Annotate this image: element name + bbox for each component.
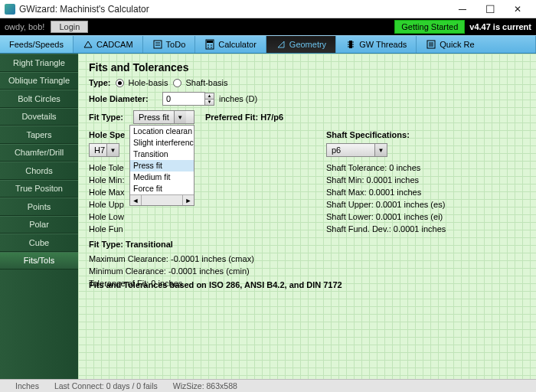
- statusbar: Inches Last Connect: 0 days / 0 fails Wi…: [0, 379, 536, 392]
- version-label: v4.47 is current: [469, 22, 531, 31]
- shaft-spec-heading: Shaft Specifications:: [326, 129, 446, 141]
- sidebar-item-points[interactable]: Points: [0, 198, 78, 216]
- todo-icon: [152, 39, 163, 50]
- type-row: Type: Hole-basis Shaft-basis: [89, 78, 525, 87]
- fit-type-row: Fit Type: Press fit▼ Preferred Fit: H7/p…: [89, 110, 525, 124]
- sidebar-item-tapers[interactable]: Tapers: [0, 126, 78, 144]
- getting-started-button[interactable]: Getting Started: [394, 20, 465, 34]
- tab-gwthreads[interactable]: GW Threads: [336, 36, 417, 53]
- hole-dia-spinner[interactable]: ▲▼: [204, 93, 214, 106]
- fit-type-label: Fit Type:: [89, 113, 129, 122]
- chevron-down-icon: ▼: [106, 144, 119, 156]
- svg-point-5: [208, 44, 209, 46]
- summary-line: Maximum Clearance: -0.0001 inches (cmax): [89, 253, 296, 265]
- maximize-button[interactable]: ☐: [476, 0, 504, 18]
- sidebar-item-chords[interactable]: Chords: [0, 162, 78, 180]
- summary-line: Fit Type: Transitional: [89, 238, 296, 250]
- shaft-line: Shaft Min: 0.0001 inches: [326, 174, 446, 186]
- scroll-left-icon[interactable]: ◄: [130, 195, 142, 205]
- sidebar-item-chamfer-drill[interactable]: Chamfer/Drill: [0, 144, 78, 162]
- radio-hole-label: Hole-basis: [129, 78, 168, 87]
- sidebar-item-cube[interactable]: Cube: [0, 234, 78, 252]
- footnote: Fits and Tolerances based on ISO 286, AN…: [89, 280, 342, 289]
- svg-point-6: [211, 44, 212, 46]
- cadcam-icon: [83, 39, 93, 50]
- hole-line: Hole Fun: [89, 223, 296, 235]
- status-wizsize: WizSize: 863x588: [173, 381, 237, 390]
- scroll-right-icon[interactable]: ►: [182, 195, 194, 205]
- threads-icon: [345, 39, 356, 50]
- dropdown-option[interactable]: Force fit: [130, 183, 194, 194]
- dropdown-scrollbar[interactable]: ◄ ►: [130, 194, 194, 205]
- app-icon: [5, 4, 15, 15]
- radio-shaft-basis[interactable]: [173, 79, 181, 87]
- chevron-down-icon: ▼: [174, 111, 186, 123]
- type-label: Type:: [89, 78, 111, 87]
- geometry-icon: [276, 39, 286, 50]
- login-button[interactable]: Login: [51, 21, 88, 33]
- titlebar: GWizard: Machinist's Calculator ─ ☐ ✕: [0, 0, 536, 18]
- svg-point-8: [211, 47, 212, 48]
- hole-diameter-row: Hole Diameter: ▲▼ inches (D): [89, 92, 525, 106]
- greeting-text: owdy, bob!: [5, 22, 44, 31]
- svg-marker-9: [278, 41, 284, 47]
- fit-type-combo[interactable]: Press fit▼: [133, 110, 194, 124]
- svg-point-7: [208, 47, 209, 48]
- sidebar: Right Triangle Oblique Triangle Bolt Cir…: [0, 54, 78, 379]
- preferred-fit-label: Preferred Fit: H7/p6: [205, 113, 283, 122]
- page-title: Fits and Tolerances: [89, 61, 525, 74]
- hole-combo[interactable]: H7▼: [89, 143, 119, 157]
- shaft-line: Shaft Tolerance: 0 inches: [326, 162, 446, 174]
- status-connect: Last Connect: 0 days / 0 fails: [54, 381, 158, 390]
- calculator-icon: [204, 39, 215, 50]
- minimize-button[interactable]: ─: [449, 0, 476, 18]
- tab-todo[interactable]: ToDo: [143, 36, 196, 53]
- dropdown-option-selected[interactable]: Press fit: [130, 160, 194, 172]
- sidebar-item-true-position[interactable]: True Positon: [0, 180, 78, 198]
- userbar: owdy, bob! Login Getting Started v4.47 i…: [0, 18, 536, 35]
- hole-dia-label: Hole Diameter:: [89, 94, 158, 103]
- shaft-line: Shaft Fund. Dev.: 0.0001 inches: [326, 223, 446, 235]
- tab-calculator[interactable]: Calculator: [195, 36, 266, 53]
- hole-dia-unit: inches (D): [219, 94, 257, 103]
- shaft-line: Shaft Max: 0.0001 inches: [326, 186, 446, 198]
- hole-dia-input[interactable]: [162, 92, 205, 106]
- content-area: Fits and Tolerances Type: Hole-basis Sha…: [78, 54, 536, 379]
- svg-rect-4: [207, 41, 213, 43]
- radio-shaft-label: Shaft-basis: [186, 78, 228, 87]
- window-title: GWizard: Machinist's Calculator: [19, 4, 449, 15]
- fit-type-dropdown[interactable]: Location clearan Slight interferenc Tran…: [129, 125, 194, 206]
- status-units: Inches: [15, 381, 39, 390]
- shaft-combo[interactable]: p6▼: [326, 143, 387, 157]
- sidebar-item-polar[interactable]: Polar: [0, 216, 78, 234]
- tab-cadcam[interactable]: CADCAM: [74, 36, 143, 53]
- summary-line: Minimum Clearance: -0.0001 inches (cmin): [89, 265, 296, 277]
- close-button[interactable]: ✕: [504, 0, 531, 18]
- sidebar-item-oblique-triangle[interactable]: Oblique Triangle: [0, 72, 78, 90]
- dropdown-option[interactable]: Medium fit: [130, 172, 194, 183]
- tab-geometry[interactable]: Geometry: [266, 36, 336, 53]
- dropdown-option[interactable]: Transition: [130, 149, 194, 160]
- tabbar: Feeds/Speeds CADCAM ToDo Calculator Geom…: [0, 35, 536, 54]
- shaft-line: Shaft Upper: 0.0001 inches (es): [326, 198, 446, 211]
- dropdown-option[interactable]: Location clearan: [130, 126, 194, 137]
- tab-feeds-speeds[interactable]: Feeds/Speeds: [0, 36, 74, 53]
- quickref-icon: [426, 39, 436, 50]
- dropdown-option[interactable]: Slight interferenc: [130, 137, 194, 149]
- radio-hole-basis[interactable]: [116, 79, 124, 87]
- chevron-down-icon: ▼: [374, 144, 387, 156]
- shaft-line: Shaft Lower: 0.0001 inches (ei): [326, 211, 446, 223]
- sidebar-item-fits-tols[interactable]: Fits/Tols: [0, 252, 78, 270]
- sidebar-item-dovetails[interactable]: Dovetails: [0, 108, 78, 126]
- svg-rect-0: [154, 41, 162, 48]
- sidebar-item-bolt-circles[interactable]: Bolt Circles: [0, 90, 78, 108]
- hole-line: Hole Low: [89, 211, 296, 223]
- tab-quick-ref[interactable]: Quick Re: [417, 36, 536, 53]
- sidebar-item-right-triangle[interactable]: Right Triangle: [0, 54, 78, 72]
